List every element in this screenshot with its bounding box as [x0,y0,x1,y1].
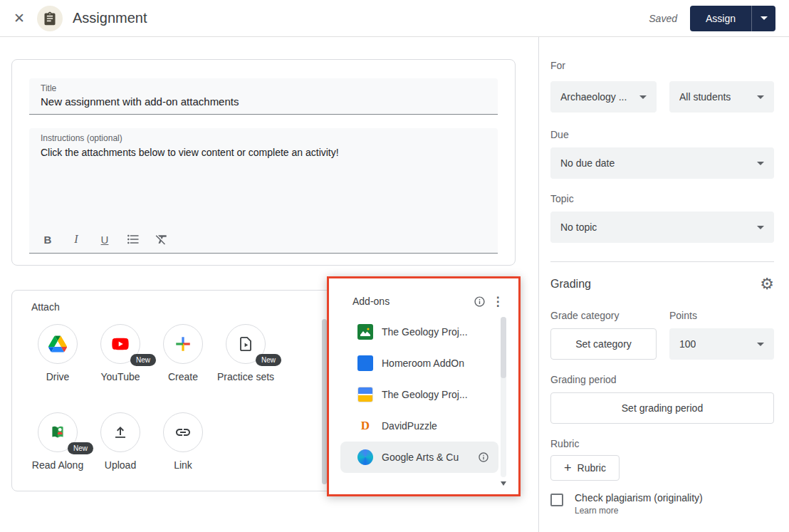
instructions-input-value: Click the attachments below to view cont… [29,143,498,158]
new-badge: New [256,354,281,366]
grading-labels-row: Grade category Points [550,310,774,321]
learn-more-link[interactable]: Learn more [575,506,703,516]
set-grading-period-button[interactable]: Set grading period [550,392,774,424]
attach-youtube-button[interactable]: New YouTube [89,324,152,384]
grading-heading: Grading [550,278,591,291]
chevron-down-icon [757,226,764,229]
saved-status: Saved [649,13,677,24]
students-select-value: All students [679,91,731,103]
addon-name: Google Arts & Cu [382,452,474,463]
drive-icon [38,324,78,364]
assignment-clipboard-icon [43,11,57,26]
for-label: For [550,60,774,71]
addon-item-arts-culture[interactable]: Google Arts & Cu [340,442,498,473]
topic-select[interactable]: No topic [550,212,774,243]
attach-label: Link [174,458,192,472]
attach-heading: Attach [31,301,60,313]
attach-upload-button[interactable]: Upload [89,412,152,472]
top-bar-right: Saved Assign [649,6,789,31]
geology-addon-icon [357,324,373,340]
grading-period-label: Grading period [550,374,774,385]
instructions-input[interactable]: Instructions (optional) Click the attach… [29,128,498,254]
gear-icon[interactable]: ⚙ [760,276,774,292]
plagiarism-label: Check plagiarism (originality) [575,492,703,504]
chevron-down-icon [757,162,764,165]
class-select[interactable]: Archaeology ... [550,81,657,113]
students-select[interactable]: All students [669,81,774,113]
addons-popup: Add-ons ⋮ The Geology Proj... Homeroom A… [327,276,521,496]
formatting-toolbar: B I U [39,231,170,248]
arts-culture-addon-icon [357,449,373,465]
top-bar: ✕ Assignment Saved Assign [0,0,789,37]
rubric-label: Rubric [550,438,774,449]
geology-book-addon-icon [357,387,373,402]
attach-create-button[interactable]: Create [152,324,214,384]
addons-header: Add-ons ⋮ [329,278,518,316]
close-button[interactable]: ✕ [10,9,28,28]
title-input-label: Title [29,78,498,93]
attach-row-2: New Read Along Upload Link [26,412,214,472]
attach-drive-button[interactable]: Drive [26,324,89,384]
attach-label: Read Along [32,458,83,472]
points-select[interactable]: 100 [669,328,774,360]
link-icon [163,412,203,452]
add-rubric-button[interactable]: + Rubric [550,455,620,481]
due-date-select[interactable]: No due date [550,147,774,179]
bulleted-list-icon[interactable] [125,231,142,248]
addon-item-geology-1[interactable]: The Geology Proj... [329,316,518,348]
create-plus-icon [163,324,203,364]
due-label: Due [550,129,774,140]
attach-link-button[interactable]: Link [152,412,214,472]
addon-name: Homeroom AddOn [382,358,518,369]
for-selects-row: Archaeology ... All students [550,81,774,113]
addons-scrollbar-thumb[interactable] [501,317,506,378]
set-category-value: Set category [575,338,632,350]
new-badge: New [68,442,93,454]
attach-label: Create [168,370,198,384]
points-value: 100 [679,338,696,350]
addons-scrollbar[interactable] [501,317,506,477]
plagiarism-checkbox[interactable] [550,494,563,506]
bold-icon[interactable]: B [39,231,56,248]
assignment-page: ✕ Assignment Saved Assign Title New assi… [0,0,789,532]
assignment-details-card: Title New assignment with add-on attachm… [11,59,516,266]
chevron-down-icon [761,16,768,20]
upload-icon [100,412,140,452]
attach-label: Practice sets [217,370,274,384]
underline-icon[interactable]: U [96,231,113,248]
scroll-down-icon[interactable] [501,481,506,486]
grade-category-label: Grade category [550,310,657,321]
attach-practice-sets-button[interactable]: New Practice sets [214,324,277,384]
addon-item-davidpuzzle[interactable]: D DavidPuzzle [329,410,518,442]
addon-item-geology-2[interactable]: The Geology Proj... [329,379,518,410]
clear-formatting-icon[interactable] [153,231,170,248]
attach-label: YouTube [100,370,140,384]
addon-info-icon[interactable] [474,448,493,466]
attach-label: Upload [105,458,136,472]
assign-split-button: Assign [690,6,775,31]
info-icon[interactable] [470,292,488,311]
class-select-value: Archaeology ... [560,91,627,103]
homeroom-addon-icon [357,355,373,371]
topic-label: Topic [550,193,774,204]
plagiarism-row: Check plagiarism (originality) Learn mor… [550,492,774,516]
sidebar-divider [550,261,774,262]
addons-title: Add-ons [352,296,470,307]
title-input-value: New assignment with add-on attachments [29,93,498,108]
title-input[interactable]: Title New assignment with add-on attachm… [29,78,498,115]
attach-label: Drive [46,370,70,384]
assign-dropdown-button[interactable] [751,6,775,31]
attach-read-along-button[interactable]: New Read Along [26,412,89,472]
chevron-down-icon [757,343,764,346]
instructions-input-label: Instructions (optional) [29,128,498,143]
addon-name: The Geology Proj... [382,326,518,338]
attach-scrollbar[interactable] [322,319,327,484]
addon-item-homeroom[interactable]: Homeroom AddOn [329,348,518,379]
due-date-value: No due date [560,157,615,169]
italic-icon[interactable]: I [68,231,85,248]
add-rubric-label: Rubric [578,462,606,474]
assign-button[interactable]: Assign [690,6,751,31]
grading-header-row: Grading ⚙ [550,275,774,293]
set-category-select[interactable]: Set category [550,328,657,360]
more-options-icon[interactable]: ⋮ [488,292,507,311]
